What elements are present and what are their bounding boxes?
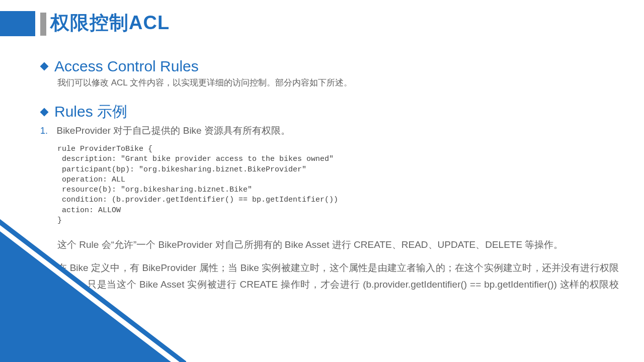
list-item-text: BikeProvider 对于自己提供的 Bike 资源具有所有权限。	[56, 125, 290, 136]
section-heading: Rules 示例	[54, 102, 127, 122]
bullet-row: Rules 示例	[40, 102, 619, 122]
diamond-bullet-icon	[40, 62, 49, 71]
list-number: 1.	[40, 126, 54, 136]
code-block: rule ProviderToBike { description: "Gran…	[57, 144, 619, 226]
bullet-row: Access Control Rules	[40, 58, 619, 75]
numbered-list: 1. BikeProvider 对于自己提供的 Bike 资源具有所有权限。	[40, 124, 619, 137]
title-accent-bar	[40, 13, 46, 36]
title-accent-block	[0, 11, 35, 36]
decorative-triangle-fill	[0, 231, 171, 362]
slide-title: 权限控制ACL	[50, 10, 170, 36]
section-access-control-rules: Access Control Rules 我们可以修改 ACL 文件内容，以实现…	[40, 58, 619, 88]
section-description: 我们可以修改 ACL 文件内容，以实现更详细的访问控制。部分内容如下所述。	[57, 77, 619, 88]
section-heading: Access Control Rules	[54, 58, 199, 75]
diamond-bullet-icon	[40, 108, 49, 116]
